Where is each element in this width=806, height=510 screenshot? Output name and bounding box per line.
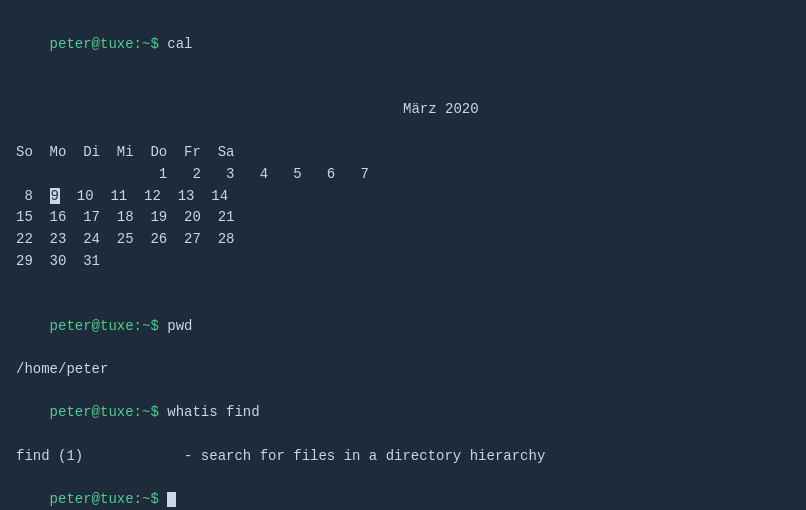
command-input[interactable] xyxy=(159,491,167,507)
cal-row-5: 29 30 31 xyxy=(16,251,790,273)
terminal-line-1: peter@tuxe:~$ cal xyxy=(16,12,790,77)
prompt-1: peter@tuxe:~$ xyxy=(50,36,159,52)
cal-row-1: 1 2 3 4 5 6 7 xyxy=(16,164,790,186)
terminal-line-whatis: peter@tuxe:~$ whatis find xyxy=(16,381,790,446)
cal-row-3: 15 16 17 18 19 20 21 xyxy=(16,207,790,229)
pwd-output: /home/peter xyxy=(16,359,790,381)
terminal-window[interactable]: peter@tuxe:~$ cal März 2020 So Mo Di Mi … xyxy=(0,0,806,510)
cal-row-2: 8 9 10 11 12 13 14 xyxy=(16,186,790,208)
terminal-line-current: peter@tuxe:~$ xyxy=(16,467,790,510)
cursor xyxy=(167,492,176,507)
empty-line-1 xyxy=(16,272,790,294)
command-2: pwd xyxy=(159,318,193,334)
prompt-3: peter@tuxe:~$ xyxy=(50,404,159,420)
command-3: whatis find xyxy=(159,404,260,420)
cal-row-4: 22 23 24 25 26 27 28 xyxy=(16,229,790,251)
cal-header: März 2020 xyxy=(16,77,790,142)
whatis-output: find (1) - search for files in a directo… xyxy=(16,446,790,468)
command-1: cal xyxy=(159,36,193,52)
prompt-4: peter@tuxe:~$ xyxy=(50,491,159,507)
cal-weekdays: So Mo Di Mi Do Fr Sa xyxy=(16,142,790,164)
terminal-line-pwd: peter@tuxe:~$ pwd xyxy=(16,294,790,359)
prompt-2: peter@tuxe:~$ xyxy=(50,318,159,334)
today-date: 9 xyxy=(50,188,60,204)
